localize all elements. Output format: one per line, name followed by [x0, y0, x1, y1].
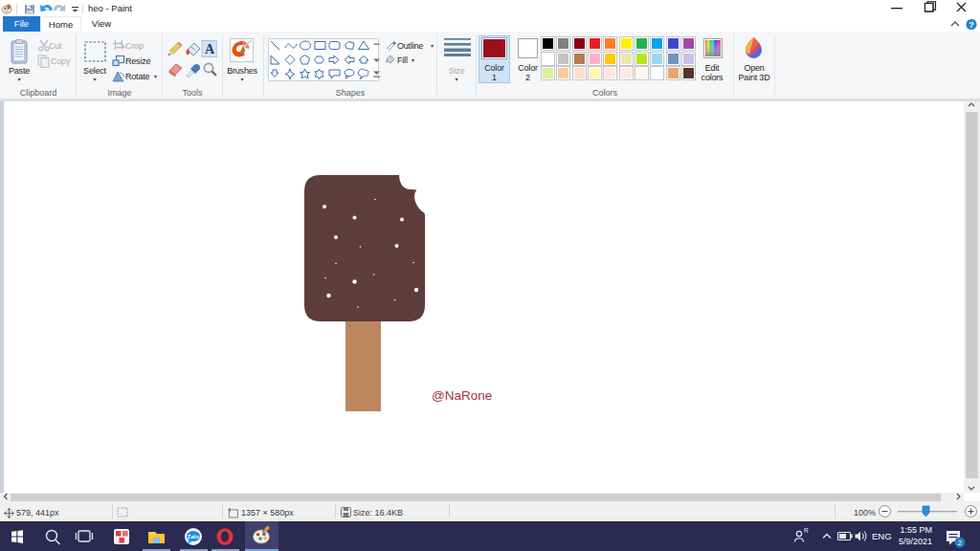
- svg-text:2: 2: [958, 539, 963, 547]
- svg-text:Zalo: Zalo: [188, 534, 200, 540]
- svg-text:?: ?: [969, 20, 974, 30]
- svg-text:R: R: [804, 527, 809, 534]
